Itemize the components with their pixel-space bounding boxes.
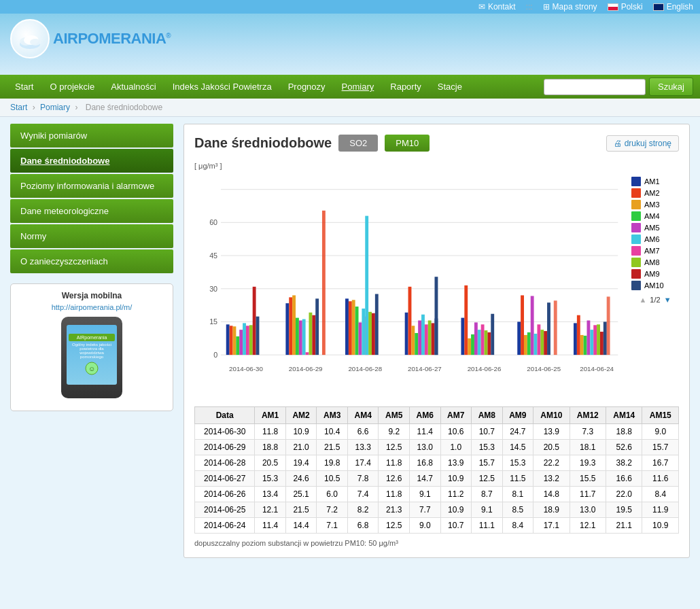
svg-rect-51	[411, 326, 415, 355]
svg-rect-36	[315, 298, 319, 355]
svg-rect-26	[256, 317, 260, 355]
svg-rect-67	[485, 330, 488, 355]
table-row: 2014-06-2411.414.47.16.812.59.010.711.18…	[195, 518, 679, 534]
table-cell-date: 2014-06-24	[195, 518, 255, 534]
email-icon: ✉	[478, 2, 485, 12]
svg-rect-25	[253, 287, 256, 355]
english-link[interactable]: English	[653, 2, 693, 12]
chart-legend: AM1AM2AM3AM4AM5AM6AM7AM8AM9AM10▲1/2▼	[631, 173, 679, 393]
table-row: 2014-06-3011.810.910.46.69.211.410.610.7…	[195, 424, 679, 440]
nav-raporty[interactable]: Raporty	[382, 75, 430, 99]
mapa-strony-link[interactable]: ⊞ Mapa strony	[543, 2, 597, 12]
table-cell-value: 24.6	[285, 471, 317, 487]
svg-rect-31	[299, 320, 302, 355]
tab-pm10[interactable]: PM10	[385, 135, 430, 152]
legend-next-icon[interactable]: ▼	[664, 296, 671, 304]
table-cell-value: 9.0	[409, 518, 440, 534]
polski-label: Polski	[621, 2, 643, 12]
sidebar-item-poziomy[interactable]: Poziomy informowania i alarmowe	[10, 174, 173, 198]
search-input[interactable]	[544, 79, 646, 95]
legend-item-am8: AM8	[631, 258, 679, 267]
sidebar-item-wyniki[interactable]: Wyniki pomiarów	[10, 124, 173, 147]
mobile-url[interactable]: http://airpomerania.pl/m/	[18, 303, 166, 311]
mapa-strony-label: Mapa strony	[553, 2, 597, 12]
nav-o-projekcie[interactable]: O projekcie	[41, 75, 103, 99]
svg-rect-66	[481, 324, 485, 355]
sidebar-item-dane-sredniodobowe[interactable]: Dane średniodobowe	[10, 149, 173, 173]
table-cell-value: 12.5	[379, 440, 410, 455]
legend-color	[631, 269, 641, 279]
svg-rect-35	[312, 315, 315, 355]
svg-rect-75	[534, 334, 538, 355]
table-cell-value: 14.5	[502, 440, 533, 455]
table-cell-value: 19.3	[570, 455, 606, 471]
table-header-am8: AM8	[472, 407, 503, 424]
table-cell-value: 7.1	[317, 518, 348, 534]
breadcrumb-start[interactable]: Start	[10, 103, 27, 112]
svg-rect-23	[246, 326, 249, 355]
svg-rect-33	[306, 352, 309, 355]
table-cell-value: 15.7	[642, 440, 679, 455]
table-cell-value: 8.1	[502, 487, 533, 502]
table-header-am6: AM6	[409, 407, 440, 424]
svg-rect-40	[352, 300, 355, 355]
table-cell-value: 10.7	[472, 424, 503, 440]
table-cell-value: 18.8	[606, 424, 642, 440]
table-cell-value: 13.4	[255, 487, 286, 502]
svg-rect-57	[432, 323, 435, 355]
table-cell-value: 19.8	[317, 455, 348, 471]
print-button[interactable]: 🖨 drukuj stronę	[606, 135, 679, 152]
data-table: DataAM1AM2AM3AM4AM5AM6AM7AM8AM9AM10AM12A…	[194, 406, 679, 534]
table-cell-value: 6.6	[347, 424, 379, 440]
table-cell-value: 10.9	[440, 471, 472, 487]
table-cell-date: 2014-06-30	[195, 424, 255, 440]
table-header-am15: AM15	[642, 407, 679, 424]
svg-rect-29	[292, 295, 296, 355]
kontakt-label: Kontakt	[488, 2, 516, 12]
svg-text:60: 60	[209, 218, 217, 226]
kontakt-link[interactable]: ✉ Kontakt	[478, 2, 516, 12]
table-cell-value: 7.4	[347, 487, 379, 502]
table-header-am7: AM7	[440, 407, 472, 424]
nav-start[interactable]: Start	[7, 75, 41, 99]
legend-color	[631, 200, 641, 209]
table-cell-value: 11.7	[570, 487, 606, 502]
table-row: 2014-06-2918.821.021.513.312.513.01.015.…	[195, 440, 679, 455]
table-cell-value: 18.9	[533, 502, 570, 518]
table-cell-value: 15.3	[472, 440, 503, 455]
svg-rect-87	[593, 325, 597, 355]
sidebar-item-meteorologiczne[interactable]: Dane meteorologiczne	[10, 199, 173, 223]
svg-rect-17	[226, 324, 230, 355]
table-cell-value: 11.8	[255, 424, 286, 440]
svg-rect-21	[239, 330, 243, 355]
legend-color	[631, 246, 641, 256]
table-cell-value: 11.8	[379, 487, 410, 502]
breadcrumb-pomiary[interactable]: Pomiary	[40, 103, 70, 112]
legend-item-am2: AM2	[631, 188, 679, 198]
sidebar-item-o-zanieczyszczeniach[interactable]: O zanieczyszczeniach	[10, 249, 173, 273]
table-cell-date: 2014-06-26	[195, 487, 255, 502]
svg-rect-47	[375, 294, 379, 355]
nav-aktualnosci[interactable]: Aktualności	[103, 75, 164, 99]
table-cell-value: 10.9	[642, 518, 679, 534]
nav-indeks[interactable]: Indeks Jakości Powietrza	[164, 75, 280, 99]
table-cell-value: 15.3	[502, 455, 533, 471]
main-content: Dane średniodobowe SO2 PM10 🖨 drukuj str…	[183, 124, 690, 558]
nav-pomiary[interactable]: Pomiary	[334, 75, 383, 99]
table-cell-value: 38.2	[606, 455, 642, 471]
sidebar-item-normy[interactable]: Normy	[10, 224, 173, 248]
polski-link[interactable]: Polski	[608, 2, 643, 12]
tab-so2[interactable]: SO2	[338, 135, 378, 152]
nav-prognozy[interactable]: Prognozy	[280, 75, 334, 99]
legend-prev-icon[interactable]: ▲	[639, 296, 646, 304]
nav-stacje[interactable]: Stacje	[430, 75, 470, 99]
svg-rect-60	[461, 318, 464, 355]
svg-rect-30	[296, 318, 299, 355]
table-row: 2014-06-2613.425.16.07.411.89.111.28.78.…	[195, 487, 679, 502]
legend-color	[631, 223, 641, 232]
svg-rect-84	[584, 336, 587, 355]
phone-screen: AIRpomerania Ogólny indeks jakości powie…	[67, 325, 117, 385]
svg-rect-76	[537, 324, 540, 355]
search-button[interactable]: Szukaj	[649, 77, 693, 96]
header: AIRPOMERANIA®	[0, 14, 700, 75]
